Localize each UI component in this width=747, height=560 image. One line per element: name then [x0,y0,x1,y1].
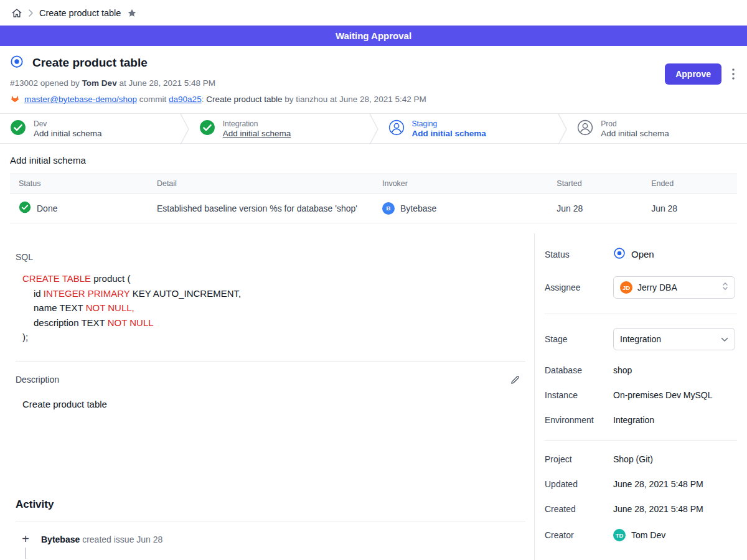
task-status: Done [37,203,57,213]
plus-icon: + [22,533,29,544]
activity-entry: + Bytebase created issue Jun 28 [16,533,525,559]
chevron-right-icon [29,9,33,17]
breadcrumb: Create product table [0,0,747,26]
status-value: Open [631,249,654,259]
approval-banner: Waiting Approval [0,26,747,46]
environment-label: Environment [545,415,613,425]
issue-body: SQL CREATE TABLE product ( id INTEGER PR… [0,233,534,560]
home-icon[interactable] [11,7,22,19]
instance-value: On-premises Dev MySQL [613,390,712,400]
commit-branch-link[interactable]: master@bytebase-demo/shop [24,95,137,104]
stage-separator [369,114,378,143]
updated-value: June 28, 2021 5:48 PM [613,479,703,489]
instance-label: Instance [545,390,613,400]
stage-select[interactable]: Integration [613,328,735,350]
project-label: Project [545,454,613,464]
environment-value: Integration [613,415,654,425]
creator-label: Creator [545,530,613,540]
edit-pencil-icon[interactable] [510,375,520,385]
person-circle-icon [577,119,593,138]
divider [16,361,525,362]
table-row[interactable]: Done Established baseline version %s for… [10,194,737,223]
sql-code: CREATE TABLE product ( id INTEGER PRIMAR… [16,271,525,345]
avatar: TD [613,529,626,541]
divider [545,314,737,314]
approve-button[interactable]: Approve [665,63,721,85]
creator-value: Tom Dev [631,530,665,540]
issue-author: Tom Dev [82,78,117,88]
selector-chevrons-icon [722,281,728,294]
col-started: Started [548,174,642,194]
pipeline: Dev Add initial schema Integration Add i… [0,113,747,144]
created-label: Created [545,504,613,514]
divider [545,440,737,441]
database-value: shop [613,365,632,375]
stage-separator [558,114,567,143]
issue-meta: #13002 opened by Tom Dev at June 28, 202… [10,78,737,88]
description-label: Description [16,375,59,385]
activity-heading: Activity [16,498,525,511]
issue-title: Create product table [32,56,148,70]
task-invoker: Bytebase [400,203,436,213]
activity-action: created issue [82,534,134,544]
task-heading: Add initial schema [10,155,737,166]
task-ended: Jun 28 [642,194,737,223]
issue-open-icon [10,55,24,71]
timeline-line [25,548,26,559]
project-value: Shop (Git) [613,454,653,464]
issue-header: Create product table #13002 opened by To… [0,46,747,113]
stage-staging[interactable]: Staging Add initial schema [378,114,558,143]
task-section: Add initial schema Status Detail Invoker… [0,144,747,233]
assignee-value: Jerry DBA [637,282,717,292]
stage-label: Stage [545,334,613,344]
stage-separator [180,114,189,143]
star-icon[interactable] [127,8,137,18]
chevron-down-icon [721,334,728,345]
task-started: Jun 28 [548,194,642,223]
updated-label: Updated [545,479,613,489]
col-detail: Detail [148,174,374,194]
status-open-icon [613,247,626,261]
commit-line: master@bytebase-demo/shop commit da90a25… [10,93,737,105]
assignee-label: Assignee [545,282,613,292]
created-value: June 28, 2021 5:48 PM [613,504,703,514]
avatar: B [382,202,395,215]
database-label: Database [545,365,613,375]
divider [16,521,525,521]
sql-label: SQL [16,252,525,262]
stage-prod[interactable]: Prod Add initial schema [567,114,747,143]
avatar: JD [620,281,632,294]
activity-author: Bytebase [41,534,80,544]
col-status: Status [10,174,148,194]
issue-sidebar: Status Open Assignee JD Jerry DBA Stage [534,233,747,560]
task-detail: Established baseline version %s for data… [148,194,374,223]
gitlab-icon [10,93,20,105]
task-table: Status Detail Invoker Started Ended Done… [10,174,737,223]
col-invoker: Invoker [374,174,548,194]
person-circle-icon [388,119,405,138]
stage-dev[interactable]: Dev Add initial schema [0,114,180,143]
check-circle-icon [19,201,31,215]
stage-value: Integration [620,334,716,344]
stage-integration[interactable]: Integration Add initial schema [189,114,369,143]
col-ended: Ended [642,174,737,194]
status-label: Status [545,250,613,259]
activity-date: Jun 28 [136,534,162,544]
check-circle-icon [10,119,26,138]
check-circle-icon [199,119,215,138]
breadcrumb-page[interactable]: Create product table [39,8,121,18]
more-menu-icon[interactable] [732,68,735,80]
description-text: Create product table [16,399,525,409]
commit-hash-link[interactable]: da90a25 [169,95,202,104]
assignee-select[interactable]: JD Jerry DBA [613,276,735,299]
